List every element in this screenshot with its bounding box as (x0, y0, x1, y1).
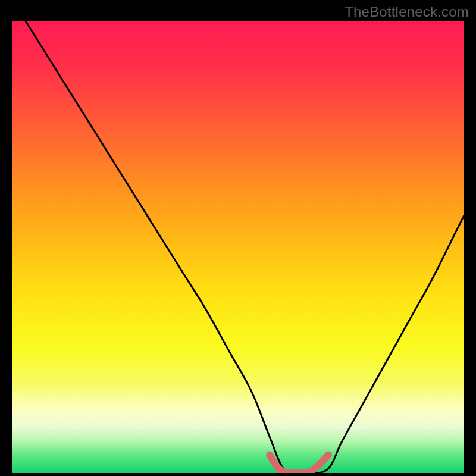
chart-frame (12, 21, 464, 473)
bottleneck-chart (12, 21, 464, 473)
watermark-text: TheBottleneck.com (345, 4, 469, 20)
gradient-background (12, 21, 464, 473)
